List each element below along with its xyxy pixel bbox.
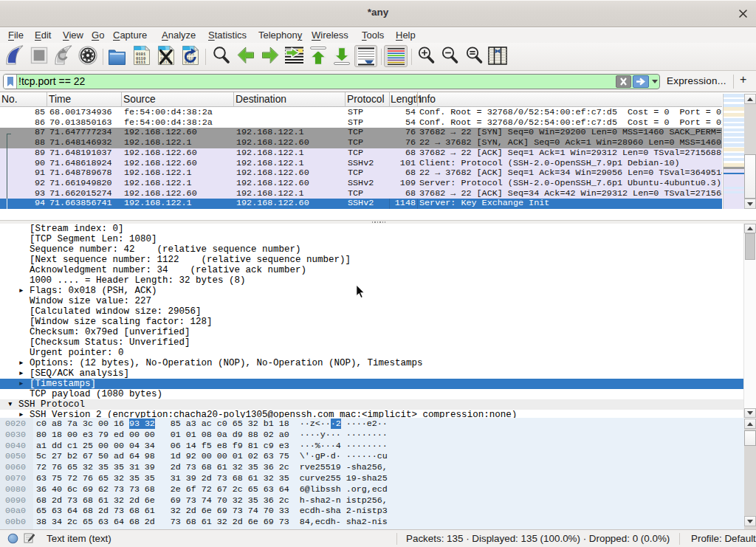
svg-text:0111: 0111	[136, 60, 146, 65]
